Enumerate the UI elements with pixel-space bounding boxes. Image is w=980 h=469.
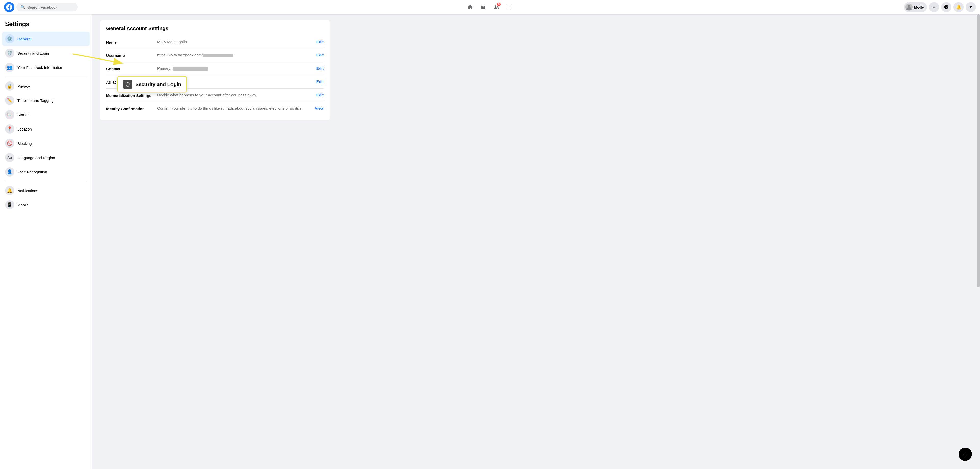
sidebar-item-location[interactable]: 📍 Location — [2, 122, 89, 136]
sidebar-item-label-language: Language and Region — [18, 156, 55, 160]
topnav-right: Molly ＋ 🔔 ▾ — [652, 2, 976, 12]
sidebar-item-label-facebook-info: Your Facebook Information — [18, 65, 63, 70]
sidebar-item-label-stories: Stories — [18, 113, 29, 117]
edit-ad-account-link[interactable]: Edit — [317, 80, 324, 84]
sidebar-item-stories[interactable]: 📖 Stories — [2, 108, 89, 122]
location-icon: 📍 — [5, 124, 14, 134]
sidebar-item-blocking[interactable]: 🚫 Blocking — [2, 136, 89, 150]
row-action-name[interactable]: Edit — [308, 40, 324, 44]
sidebar-item-facebook-info[interactable]: 👥 Your Facebook Information — [2, 60, 89, 75]
scrollbar-thumb[interactable] — [977, 14, 980, 287]
row-value-identity: Confirm your identity to do things like … — [157, 106, 308, 110]
sidebar: Settings ⚙️ General 🛡️ Security and Logi… — [0, 14, 92, 469]
sidebar-item-label-general: General — [18, 37, 32, 41]
row-label-ad-account: Ad account — [106, 80, 157, 84]
row-value-name: Molly McLaughlin — [157, 40, 308, 44]
settings-row-identity: Identity Confirmation Confirm your ident… — [106, 102, 324, 115]
topnav-center: 5 — [328, 1, 652, 13]
layout: Settings ⚙️ General 🛡️ Security and Logi… — [0, 14, 980, 469]
settings-row-memorialization: Memorialization Settings Decide what hap… — [106, 89, 324, 102]
friends-button[interactable]: 5 — [490, 1, 503, 13]
sidebar-item-label-notifications: Notifications — [18, 188, 38, 193]
row-value-contact: Primary: — [157, 66, 308, 70]
avatar — [905, 3, 913, 11]
row-action-contact[interactable]: Edit — [308, 66, 324, 71]
settings-row-contact: Contact Primary: Edit — [106, 62, 324, 75]
main-content: General Account Settings Name Molly McLa… — [92, 14, 980, 469]
sidebar-item-face-recognition[interactable]: 👤 Face Recognition — [2, 165, 89, 179]
row-action-ad-account[interactable]: Edit — [308, 80, 324, 84]
row-label-memorialization: Memorialization Settings — [106, 93, 157, 97]
add-button[interactable]: ＋ — [929, 2, 939, 12]
row-label-username: Username — [106, 53, 157, 58]
settings-panel: General Account Settings Name Molly McLa… — [100, 21, 330, 120]
sidebar-item-label-privacy: Privacy — [18, 84, 30, 88]
face-recognition-icon: 👤 — [5, 168, 14, 177]
sidebar-title: Settings — [2, 18, 89, 32]
panel-title: General Account Settings — [106, 26, 324, 32]
contact-blurred — [172, 67, 208, 70]
sidebar-item-label-location: Location — [18, 127, 32, 131]
mobile-icon: 📱 — [5, 200, 14, 209]
sidebar-item-label-mobile: Mobile — [18, 203, 29, 207]
sidebar-item-label-face-recognition: Face Recognition — [18, 170, 47, 174]
notifications-icon: 🔔 — [5, 186, 14, 195]
sidebar-item-general[interactable]: ⚙️ General — [2, 32, 89, 46]
row-label-name: Name — [106, 40, 157, 45]
timeline-icon: ✏️ — [5, 96, 14, 105]
topnav: 🔍 Search Facebook 5 Molly ＋ 🔔 ▾ — [0, 0, 980, 14]
search-placeholder: Search Facebook — [27, 5, 57, 10]
facebook-info-icon: 👥 — [5, 63, 14, 72]
row-value-memorialization: Decide what happens to your account afte… — [157, 93, 308, 97]
row-value-username: https://www.facebook.com/ — [157, 53, 308, 57]
edit-memorialization-link[interactable]: Edit — [317, 93, 324, 97]
friends-badge: 5 — [496, 2, 501, 6]
row-label-contact: Contact — [106, 66, 157, 71]
username-blurred — [203, 54, 233, 57]
sidebar-item-mobile[interactable]: 📱 Mobile — [2, 198, 89, 212]
sidebar-item-language[interactable]: Aa Language and Region — [2, 150, 89, 165]
facebook-logo[interactable] — [4, 2, 14, 12]
blocking-icon: 🚫 — [5, 139, 14, 148]
sidebar-item-timeline[interactable]: ✏️ Timeline and Tagging — [2, 93, 89, 108]
profile-button[interactable]: Molly — [904, 2, 927, 12]
sidebar-item-label-blocking: Blocking — [18, 141, 32, 145]
row-label-identity: Identity Confirmation — [106, 106, 157, 111]
settings-row-ad-account: Ad account Edit — [106, 75, 324, 89]
sidebar-item-security[interactable]: 🛡️ Security and Login — [2, 46, 89, 60]
privacy-icon: 🔒 — [5, 81, 14, 91]
notifications-button[interactable]: 🔔 — [953, 2, 964, 12]
security-icon: 🛡️ — [5, 48, 14, 58]
row-action-identity[interactable]: View — [308, 106, 324, 111]
profile-name: Molly — [914, 5, 924, 10]
row-action-username[interactable]: Edit — [308, 53, 324, 57]
stories-icon: 📖 — [5, 110, 14, 119]
view-identity-link[interactable]: View — [315, 106, 324, 110]
row-action-memorialization[interactable]: Edit — [308, 93, 324, 97]
floating-action-button[interactable] — [959, 448, 972, 461]
general-icon: ⚙️ — [5, 34, 14, 43]
edit-username-link[interactable]: Edit — [317, 53, 324, 57]
sidebar-item-label-timeline: Timeline and Tagging — [18, 98, 54, 103]
home-button[interactable] — [464, 1, 476, 13]
topnav-left: 🔍 Search Facebook — [4, 2, 328, 12]
messenger-button[interactable] — [941, 2, 951, 12]
sidebar-item-privacy[interactable]: 🔒 Privacy — [2, 79, 89, 93]
menu-button[interactable]: ▾ — [966, 2, 976, 12]
sidebar-item-notifications[interactable]: 🔔 Notifications — [2, 183, 89, 198]
svg-point-0 — [908, 5, 910, 7]
scrollbar-track[interactable] — [977, 14, 980, 469]
edit-contact-link[interactable]: Edit — [317, 66, 324, 70]
settings-row-name: Name Molly McLaughlin Edit — [106, 35, 324, 49]
sidebar-item-label-security: Security and Login — [18, 51, 49, 56]
watch-button[interactable] — [477, 1, 490, 13]
search-icon: 🔍 — [21, 5, 25, 10]
edit-name-link[interactable]: Edit — [317, 40, 324, 44]
sidebar-divider-1 — [5, 77, 86, 77]
settings-row-username: Username https://www.facebook.com/ Edit — [106, 49, 324, 62]
language-icon: Aa — [5, 153, 14, 162]
search-bar[interactable]: 🔍 Search Facebook — [16, 3, 78, 11]
marketplace-button[interactable] — [504, 1, 516, 13]
